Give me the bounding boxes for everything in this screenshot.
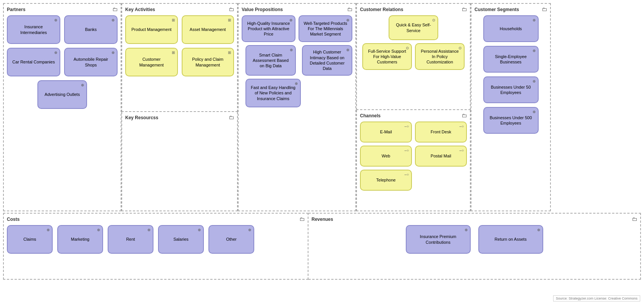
card-return-assets[interactable]: Return on Assets ⊕ xyxy=(478,225,543,254)
settings-icon: ⊙ xyxy=(458,45,462,50)
card-high-customer-intimacy[interactable]: High Customer Intimacy Based on Detailed… xyxy=(302,45,352,76)
card-telephone[interactable]: Telephone –○ xyxy=(360,170,412,191)
card-fast-easy[interactable]: Fast and Easy Handling of New Policies a… xyxy=(245,79,301,107)
link-icon: ⊕ xyxy=(533,18,536,23)
card-marketing[interactable]: Marketing ⊕ xyxy=(57,225,103,254)
card-full-service[interactable]: Full-Service Support For High-Value Cust… xyxy=(362,43,412,70)
relations-folder-icon: 🗀 xyxy=(462,6,467,12)
link-icon: ⊕ xyxy=(465,227,468,232)
card-web[interactable]: Web –○ xyxy=(360,146,412,167)
revenues-folder-icon: 🗀 xyxy=(632,216,637,222)
section-activities: Key Activities 🗀 Product Management ⊞ As… xyxy=(121,3,238,112)
card-label: Fast and Easy Handling of New Policies a… xyxy=(250,85,296,101)
segments-cards: Households ⊕ Single-Employee Businesses … xyxy=(475,15,547,134)
card-front-desk[interactable]: Front Desk –○ xyxy=(415,122,467,143)
link-icon: ⊕ xyxy=(537,227,540,232)
card-label: Postal Mail xyxy=(431,153,451,159)
card-insurance-intermediaries[interactable]: Insurance Intermediaries ⊕ xyxy=(7,15,60,44)
section-costs: Costs 🗀 Claims ⊕ Marketing ⊕ Rent ⊕ Sala… xyxy=(3,213,308,280)
link-icon: ⊕ xyxy=(289,18,292,23)
link-icon: ⊕ xyxy=(97,227,100,232)
card-insurance-premium[interactable]: Insurance Premium Contributions ⊕ xyxy=(406,225,471,254)
partners-grid: Insurance Intermediaries ⊕ Banks ⊕ Car R… xyxy=(7,15,118,76)
card-label: Return on Assets xyxy=(495,237,527,242)
revenues-title: Revenues xyxy=(312,217,333,222)
relations-title: Customer Relations xyxy=(360,7,403,12)
card-label: Web xyxy=(382,153,390,159)
activities-folder-icon: 🗀 xyxy=(229,6,234,12)
section-partners: Partners 🗀 Insurance Intermediaries ⊕ Ba… xyxy=(3,3,121,211)
costs-title: Costs xyxy=(7,217,19,222)
card-label: Businesses Under 500 Employees xyxy=(488,115,534,126)
grid-icon: ⊞ xyxy=(172,50,175,55)
card-households[interactable]: Households ⊕ xyxy=(483,15,539,42)
card-label: Front Desk xyxy=(431,129,451,134)
activities-grid: Product Management ⊞ Asset Management ⊞ … xyxy=(125,15,234,76)
card-label: E-Mail xyxy=(380,129,392,134)
card-label: Automobile Repair Shops xyxy=(69,57,113,68)
card-policy-claim[interactable]: Policy and Claim Management ⊞ xyxy=(182,48,234,76)
channels-grid: E-Mail –○ Front Desk –○ Web –○ Postal Ma… xyxy=(360,122,467,191)
section-relations: Customer Relations 🗀 Quick & Easy Self-S… xyxy=(356,3,471,110)
grid-icon: ⊞ xyxy=(228,50,231,55)
card-label: Salaries xyxy=(173,237,189,242)
source-note: Source: Strategyzer.com License: Creativ… xyxy=(553,295,640,301)
card-label: Advertising Outlets xyxy=(45,92,80,97)
card-businesses-500[interactable]: Businesses Under 500 Employees ⊕ xyxy=(483,107,539,134)
relations-cards: Quick & Easy Self-Service ⊙ Full-Service… xyxy=(360,15,467,70)
minus-circle-icon: –○ xyxy=(404,172,409,177)
card-email[interactable]: E-Mail –○ xyxy=(360,122,412,143)
value-cards: High-Quality Insurance Product with Attr… xyxy=(242,15,352,107)
costs-cards: Claims ⊕ Marketing ⊕ Rent ⊕ Salaries ⊕ O… xyxy=(7,225,305,254)
card-personal-assistance[interactable]: Personal Assistance In Policy Customizat… xyxy=(415,43,465,70)
card-single-employee[interactable]: Single-Employee Businesses ⊕ xyxy=(483,46,539,73)
minus-circle-icon: –○ xyxy=(404,148,409,153)
link-icon: ⊕ xyxy=(81,83,84,87)
card-claims[interactable]: Claims ⊕ xyxy=(7,225,53,254)
link-icon: ⊕ xyxy=(54,18,57,23)
card-car-rental[interactable]: Car Rental Companies ⊕ xyxy=(7,48,60,76)
card-label: Well-Targeted Products For The Millennia… xyxy=(303,21,348,37)
card-customer-management[interactable]: Customer Management ⊞ xyxy=(125,48,178,76)
card-label: Claims xyxy=(23,237,36,242)
card-advertising[interactable]: Advertising Outlets ⊕ xyxy=(37,80,87,109)
link-icon: ⊕ xyxy=(533,48,536,53)
card-auto-repair[interactable]: Automobile Repair Shops ⊕ xyxy=(64,48,118,76)
section-segments: Customer Segments 🗀 Households ⊕ Single-… xyxy=(471,3,551,211)
minus-circle-icon: –○ xyxy=(404,124,409,129)
card-label: Businesses Under 50 Employees xyxy=(488,84,534,96)
card-label: Quick & Easy Self-Service xyxy=(393,22,434,33)
settings-icon: ⊙ xyxy=(432,18,435,23)
card-postal-mail[interactable]: Postal Mail –○ xyxy=(415,146,467,167)
partners-folder-icon: 🗀 xyxy=(112,6,118,12)
card-banks[interactable]: Banks ⊕ xyxy=(64,15,118,44)
card-label: Rent xyxy=(126,237,135,242)
section-value: Value Propositions 🗀 High-Quality Insura… xyxy=(238,3,356,211)
link-icon: ⊕ xyxy=(346,18,349,23)
card-label: High Customer Intimacy Based on Detailed… xyxy=(307,49,348,71)
canvas: Partners 🗀 Insurance Intermediaries ⊕ Ba… xyxy=(0,0,644,303)
card-label: Asset Management xyxy=(190,27,226,32)
channels-folder-icon: 🗀 xyxy=(462,112,467,118)
link-icon: ⊕ xyxy=(533,79,536,84)
section-revenues: Revenues 🗀 Insurance Premium Contributio… xyxy=(308,213,641,280)
card-high-quality[interactable]: High-Quality Insurance Product with Attr… xyxy=(242,15,295,42)
card-asset-management[interactable]: Asset Management ⊞ xyxy=(182,15,234,44)
card-quick-easy[interactable]: Quick & Easy Self-Service ⊙ xyxy=(389,15,438,40)
card-label: Banks xyxy=(85,27,97,32)
card-salaries[interactable]: Salaries ⊕ xyxy=(158,225,204,254)
card-rent[interactable]: Rent ⊕ xyxy=(108,225,153,254)
link-icon: ⊕ xyxy=(533,109,536,114)
card-label: Insurance Intermediaries xyxy=(11,24,56,35)
card-well-targeted[interactable]: Well-Targeted Products For The Millennia… xyxy=(299,15,352,42)
card-label: High-Quality Insurance Product with Attr… xyxy=(246,21,291,37)
card-businesses-50[interactable]: Businesses Under 50 Employees ⊕ xyxy=(483,76,539,103)
card-smart-claim[interactable]: Smart Claim Assessment Based on Big Data… xyxy=(245,45,296,76)
card-other[interactable]: Other ⊕ xyxy=(208,225,254,254)
card-label: Full-Service Support For High-Value Cust… xyxy=(367,49,407,65)
grid-icon: ⊞ xyxy=(228,18,231,23)
section-channels: Channels 🗀 E-Mail –○ Front Desk –○ Web –… xyxy=(356,110,471,211)
card-product-management[interactable]: Product Management ⊞ xyxy=(125,15,178,44)
segments-folder-icon: 🗀 xyxy=(542,6,547,12)
link-icon: ⊕ xyxy=(47,227,50,232)
